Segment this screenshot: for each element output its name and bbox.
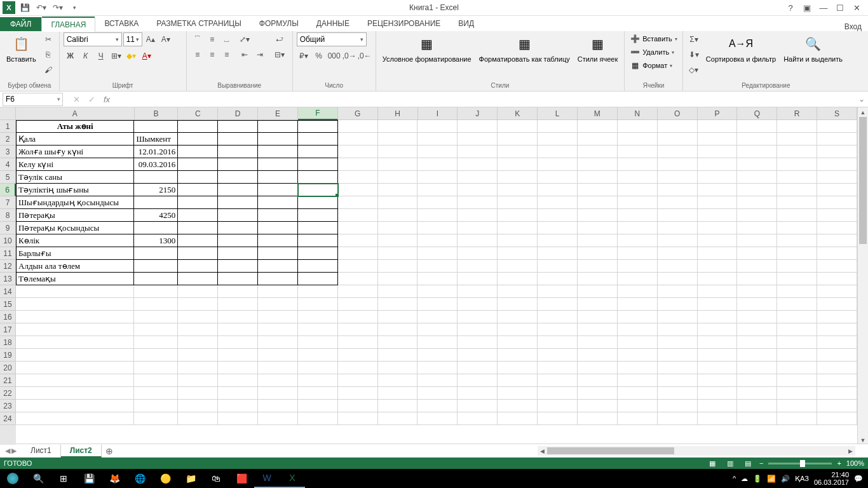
cell-I10[interactable] bbox=[417, 234, 458, 247]
maximize-icon[interactable]: ☐ bbox=[832, 1, 848, 15]
cell-B16[interactable] bbox=[134, 311, 178, 323]
cell-S12[interactable] bbox=[817, 260, 857, 273]
cell-H23[interactable] bbox=[378, 400, 418, 412]
cell-K23[interactable] bbox=[498, 400, 538, 412]
cell-E12[interactable] bbox=[258, 260, 298, 273]
cell-E23[interactable] bbox=[258, 400, 298, 412]
cell-F16[interactable] bbox=[298, 311, 338, 323]
cell-M2[interactable] bbox=[578, 133, 618, 146]
cell-R6[interactable] bbox=[777, 184, 817, 196]
font-color-icon[interactable]: A▾ bbox=[140, 49, 154, 63]
cell-K5[interactable] bbox=[498, 171, 538, 184]
cell-Q6[interactable] bbox=[737, 184, 777, 196]
cell-R2[interactable] bbox=[777, 133, 817, 146]
cell-P19[interactable] bbox=[698, 349, 738, 362]
cell-S1[interactable] bbox=[817, 120, 857, 133]
cell-H8[interactable] bbox=[378, 209, 418, 222]
cut-icon[interactable]: ✂ bbox=[41, 32, 55, 46]
excel-icon[interactable]: X bbox=[3, 1, 15, 14]
tray-battery-icon[interactable]: 🔋 bbox=[753, 475, 762, 483]
cell-B4[interactable]: 09.03.2016 bbox=[134, 158, 178, 171]
cell-E20[interactable] bbox=[258, 362, 298, 374]
cell-F15[interactable] bbox=[298, 298, 338, 311]
cell-S5[interactable] bbox=[817, 171, 857, 184]
border-icon[interactable]: ⊞▾ bbox=[109, 49, 123, 63]
ribbon-tab-3[interactable]: ФОРМУЛЫ bbox=[250, 17, 308, 31]
row-header-22[interactable]: 22 bbox=[0, 387, 16, 400]
col-header-B[interactable]: B bbox=[135, 107, 179, 120]
increase-decimal-icon[interactable]: ,0→ bbox=[342, 49, 356, 63]
insert-function-icon[interactable]: fx bbox=[100, 92, 114, 106]
cell-B24[interactable] bbox=[134, 412, 178, 425]
underline-icon[interactable]: Ч bbox=[94, 49, 108, 63]
cell-K13[interactable] bbox=[498, 273, 538, 285]
cell-D3[interactable] bbox=[218, 146, 258, 158]
cell-K2[interactable] bbox=[498, 133, 538, 146]
cell-G19[interactable] bbox=[338, 349, 378, 362]
cell-S23[interactable] bbox=[817, 400, 857, 412]
cell-I12[interactable] bbox=[417, 260, 458, 273]
cell-O16[interactable] bbox=[658, 311, 698, 323]
cancel-formula-icon[interactable]: ✕ bbox=[69, 92, 83, 106]
cell-O18[interactable] bbox=[658, 336, 698, 349]
cell-K16[interactable] bbox=[498, 311, 538, 323]
row-header-3[interactable]: 3 bbox=[0, 146, 16, 158]
cell-O17[interactable] bbox=[658, 323, 698, 336]
cell-O10[interactable] bbox=[658, 234, 698, 247]
worksheet-grid[interactable]: ABCDEFGHIJKLMNOPQRS 12345678910111213141… bbox=[0, 107, 857, 445]
cell-M1[interactable] bbox=[578, 120, 618, 133]
cell-A15[interactable] bbox=[16, 298, 134, 311]
cell-F20[interactable] bbox=[298, 362, 338, 374]
cell-C9[interactable] bbox=[178, 222, 218, 234]
cell-I6[interactable] bbox=[417, 184, 458, 196]
row-header-2[interactable]: 2 bbox=[0, 133, 16, 146]
cell-E15[interactable] bbox=[258, 298, 298, 311]
cell-L14[interactable] bbox=[538, 285, 578, 298]
cell-L10[interactable] bbox=[538, 234, 578, 247]
cell-D18[interactable] bbox=[218, 336, 258, 349]
cell-J15[interactable] bbox=[458, 298, 498, 311]
page-layout-view-icon[interactable]: ▥ bbox=[724, 458, 736, 468]
cell-L23[interactable] bbox=[538, 400, 578, 412]
cell-J9[interactable] bbox=[458, 222, 498, 234]
ribbon-tab-5[interactable]: РЕЦЕНЗИРОВАНИЕ bbox=[358, 17, 449, 31]
redo-icon[interactable]: ↷▾ bbox=[51, 1, 65, 15]
cell-F4[interactable] bbox=[298, 158, 338, 171]
cell-I11[interactable] bbox=[417, 247, 458, 260]
cell-C17[interactable] bbox=[178, 323, 218, 336]
cell-D22[interactable] bbox=[218, 387, 258, 400]
cell-H19[interactable] bbox=[378, 349, 418, 362]
cell-A1[interactable]: Аты жөні bbox=[16, 120, 134, 133]
cell-I15[interactable] bbox=[417, 298, 458, 311]
cell-F10[interactable] bbox=[298, 234, 338, 247]
cell-M19[interactable] bbox=[578, 349, 618, 362]
cell-G5[interactable] bbox=[338, 171, 378, 184]
cell-C16[interactable] bbox=[178, 311, 218, 323]
cell-I3[interactable] bbox=[417, 146, 458, 158]
cell-S18[interactable] bbox=[817, 336, 857, 349]
cell-K8[interactable] bbox=[498, 209, 538, 222]
cell-K3[interactable] bbox=[498, 146, 538, 158]
cell-J3[interactable] bbox=[458, 146, 498, 158]
zoom-level[interactable]: 100% bbox=[846, 459, 864, 467]
col-header-I[interactable]: I bbox=[418, 107, 458, 120]
horizontal-scrollbar[interactable]: ◀ ▶ bbox=[538, 446, 855, 456]
cell-B6[interactable]: 2150 bbox=[134, 184, 178, 196]
cell-R19[interactable] bbox=[777, 349, 817, 362]
find-select-button[interactable]: 🔍 Найти и выделить bbox=[781, 32, 845, 64]
cell-K18[interactable] bbox=[498, 336, 538, 349]
scroll-left-icon[interactable]: ◀ bbox=[538, 446, 547, 456]
cell-J23[interactable] bbox=[458, 400, 498, 412]
cell-M6[interactable] bbox=[578, 184, 618, 196]
cell-Q17[interactable] bbox=[737, 323, 777, 336]
row-header-15[interactable]: 15 bbox=[0, 298, 16, 311]
cell-A19[interactable] bbox=[16, 349, 134, 362]
cell-A5[interactable]: Тәулік саны bbox=[16, 171, 134, 184]
cell-Q16[interactable] bbox=[737, 311, 777, 323]
cell-R22[interactable] bbox=[777, 387, 817, 400]
cell-P24[interactable] bbox=[698, 412, 738, 425]
cell-J21[interactable] bbox=[458, 374, 498, 387]
formula-input[interactable] bbox=[118, 93, 855, 106]
app-edge-icon[interactable]: 🌐 bbox=[127, 469, 153, 488]
cell-K12[interactable] bbox=[498, 260, 538, 273]
